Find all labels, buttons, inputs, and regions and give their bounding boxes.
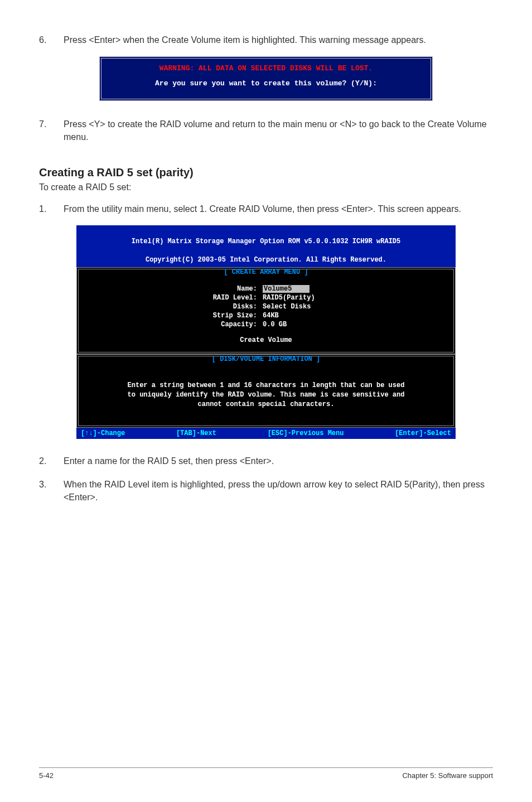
panel-heading-disk-info: [ DISK/VOLUME INFORMATION ] xyxy=(79,355,453,363)
label-disks: Disks: xyxy=(84,303,263,311)
create-volume-button[interactable]: Create Volume xyxy=(84,336,448,344)
warning-line: WARNING: ALL DATA ON SELECTED DISKS WILL… xyxy=(107,64,425,73)
step-text: Press <Y> to create the RAID volume and … xyxy=(64,118,493,143)
step-text: When the RAID Level item is highlighted,… xyxy=(64,478,493,504)
value-disks[interactable]: Select Disks xyxy=(263,303,311,311)
info-line: to uniquely identify the RAID volume. Th… xyxy=(93,390,439,400)
step-text: Press <Enter> when the Create Volume ite… xyxy=(64,33,493,46)
page-footer: 5-42 Chapter 5: Software support xyxy=(39,767,493,780)
section-intro: To create a RAID 5 set: xyxy=(39,182,493,192)
value-strip-size[interactable]: 64KB xyxy=(263,312,279,320)
hint-select: [Enter]-Select xyxy=(395,429,451,437)
label-strip-size: Strip Size: xyxy=(84,312,263,320)
bios-title: Intel(R) Matrix Storage Manager Option R… xyxy=(76,225,456,267)
step-number: 3. xyxy=(39,478,64,504)
bios-title-line2: Copyright(C) 2003-05 Intel Corporation. … xyxy=(146,256,386,264)
step-number: 7. xyxy=(39,118,64,143)
label-raid-level: RAID Level: xyxy=(84,294,263,302)
value-raid-level[interactable]: RAID5(Parity) xyxy=(263,294,315,302)
step-number: 2. xyxy=(39,455,64,467)
step-number: 6. xyxy=(39,33,64,46)
hint-previous: [ESC]-Previous Menu xyxy=(268,429,344,437)
bios-title-line1: Intel(R) Matrix Storage Manager Option R… xyxy=(132,238,400,245)
chapter-label: Chapter 5: Software support xyxy=(402,771,493,780)
page-number: 5-42 xyxy=(39,771,54,780)
panel-heading-create-array: [ CREATE ARRAY MENU ] xyxy=(79,268,453,276)
step-number: 1. xyxy=(39,202,64,215)
label-name: Name: xyxy=(84,285,263,293)
input-volume-name[interactable]: Volume5 xyxy=(263,285,309,293)
confirm-prompt[interactable]: Are you sure you want to create this vol… xyxy=(107,79,425,88)
hint-next: [TAB]-Next xyxy=(176,429,216,437)
disk-info-text: Enter a string between 1 and 16 characte… xyxy=(79,369,453,426)
step-text: Enter a name for the RAID 5 set, then pr… xyxy=(64,455,493,467)
warning-dialog: WARNING: ALL DATA ON SELECTED DISKS WILL… xyxy=(99,56,433,101)
hint-change: [↑↓]-Change xyxy=(81,429,125,437)
step-text: From the utility main menu, select 1. Cr… xyxy=(64,202,493,215)
bios-screenshot: Intel(R) Matrix Storage Manager Option R… xyxy=(76,225,456,439)
bios-key-hints: [↑↓]-Change [TAB]-Next [ESC]-Previous Me… xyxy=(76,428,456,439)
section-heading: Creating a RAID 5 set (parity) xyxy=(39,166,493,179)
label-capacity: Capacity: xyxy=(84,321,263,328)
value-capacity[interactable]: 0.0 GB xyxy=(263,321,287,328)
info-line: Enter a string between 1 and 16 characte… xyxy=(93,381,439,390)
info-line: cannot contain special characters. xyxy=(93,400,439,409)
